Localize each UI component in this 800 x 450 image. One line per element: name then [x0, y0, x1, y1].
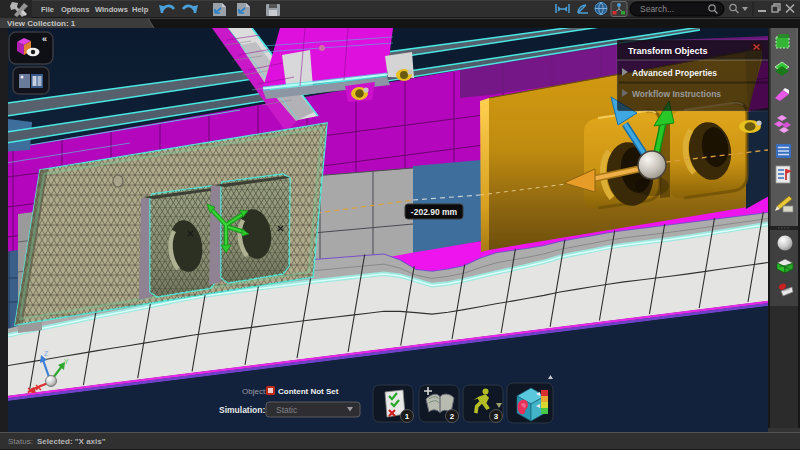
- svg-text:2: 2: [450, 412, 455, 421]
- svg-text:Workflow Instructions: Workflow Instructions: [632, 89, 721, 99]
- svg-text:3: 3: [494, 412, 499, 421]
- svg-text:Status:: Status:: [8, 437, 33, 446]
- svg-text:Y: Y: [64, 358, 69, 365]
- svg-text:-202.90 mm: -202.90 mm: [411, 207, 458, 217]
- svg-text:Static: Static: [276, 405, 298, 415]
- svg-text:Search...: Search...: [640, 4, 674, 14]
- svg-text:Windows: Windows: [95, 5, 128, 14]
- svg-text:File: File: [41, 5, 54, 14]
- svg-text:Transform Objects: Transform Objects: [628, 46, 708, 56]
- svg-text:Z: Z: [44, 350, 49, 357]
- svg-text:Help: Help: [132, 5, 149, 14]
- svg-text:1: 1: [405, 412, 410, 421]
- svg-text:Object:: Object:: [242, 387, 267, 396]
- svg-text:View Collection: 1: View Collection: 1: [7, 19, 76, 28]
- svg-text:Content Not Set: Content Not Set: [278, 387, 339, 396]
- svg-text:Advanced Properties: Advanced Properties: [632, 68, 717, 78]
- svg-text:Selected: "X axis": Selected: "X axis": [37, 437, 106, 446]
- svg-text:«: «: [42, 34, 47, 44]
- svg-text:Options: Options: [61, 5, 89, 14]
- svg-text:Simulation:: Simulation:: [219, 405, 265, 415]
